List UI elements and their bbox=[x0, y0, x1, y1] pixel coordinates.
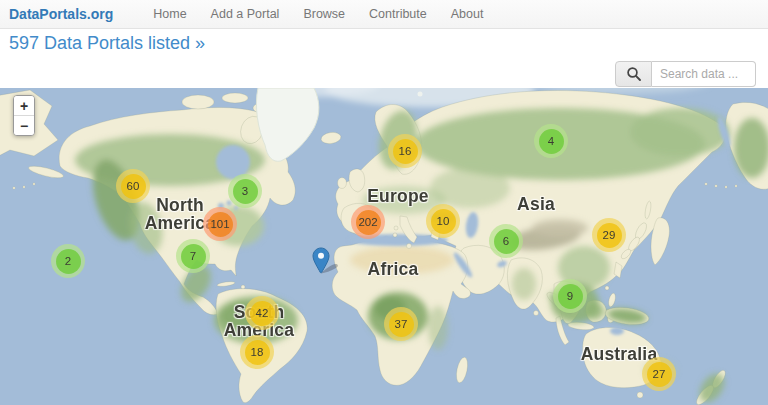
cluster-count: 202 bbox=[356, 210, 381, 235]
nav-item-add-a-portal[interactable]: Add a Portal bbox=[211, 7, 280, 21]
cluster-count: 37 bbox=[389, 312, 414, 337]
cluster-count: 16 bbox=[393, 139, 418, 164]
cluster-marker-3[interactable]: 3 bbox=[228, 174, 262, 208]
cluster-count: 27 bbox=[647, 362, 672, 387]
map[interactable]: NorthAmericaEuropeAsiaAfricaSouthAmerica… bbox=[0, 88, 768, 405]
pin-icon bbox=[311, 247, 341, 275]
cluster-marker-29[interactable]: 29 bbox=[592, 218, 626, 252]
map-zoom-control: + − bbox=[13, 95, 35, 136]
cluster-count: 42 bbox=[250, 301, 275, 326]
cluster-marker-42[interactable]: 42 bbox=[245, 296, 279, 330]
cluster-marker-101[interactable]: 101 bbox=[203, 207, 237, 241]
nav-item-about[interactable]: About bbox=[451, 7, 484, 21]
cluster-count: 4 bbox=[539, 129, 564, 154]
cluster-marker-37[interactable]: 37 bbox=[384, 307, 418, 341]
cluster-marker-7[interactable]: 7 bbox=[176, 239, 210, 273]
cluster-marker-18[interactable]: 18 bbox=[240, 335, 274, 369]
cluster-marker-2[interactable]: 2 bbox=[51, 244, 85, 278]
nav-item-contribute[interactable]: Contribute bbox=[369, 7, 427, 21]
cluster-count: 2 bbox=[56, 249, 81, 274]
cluster-marker-10[interactable]: 10 bbox=[426, 204, 460, 238]
cluster-marker-9[interactable]: 9 bbox=[553, 279, 587, 313]
search-bar bbox=[615, 61, 756, 87]
cluster-count: 29 bbox=[597, 223, 622, 248]
cluster-count: 10 bbox=[431, 209, 456, 234]
zoom-in-button[interactable]: + bbox=[14, 96, 34, 115]
cluster-marker-27[interactable]: 27 bbox=[642, 357, 676, 391]
cluster-marker-202[interactable]: 202 bbox=[351, 205, 385, 239]
cluster-count: 18 bbox=[245, 340, 270, 365]
nav-item-browse[interactable]: Browse bbox=[303, 7, 345, 21]
cluster-marker-16[interactable]: 16 bbox=[388, 134, 422, 168]
cluster-count: 9 bbox=[558, 284, 583, 309]
map-pin-marker[interactable] bbox=[311, 247, 341, 275]
portals-count-link[interactable]: 597 Data Portals listed » bbox=[9, 33, 205, 54]
nav-item-home[interactable]: Home bbox=[153, 7, 186, 21]
cluster-count: 101 bbox=[208, 212, 233, 237]
zoom-out-button[interactable]: − bbox=[14, 115, 34, 135]
cluster-marker-60[interactable]: 60 bbox=[116, 169, 150, 203]
cluster-count: 3 bbox=[233, 179, 258, 204]
navbar-menu: HomeAdd a PortalBrowseContributeAbout bbox=[129, 7, 483, 21]
search-button[interactable] bbox=[615, 61, 652, 87]
map-markers-layer: 6031017216202106429942371827 bbox=[0, 88, 768, 405]
cluster-count: 60 bbox=[121, 174, 146, 199]
brand-link[interactable]: DataPortals.org bbox=[0, 6, 113, 22]
cluster-marker-6[interactable]: 6 bbox=[489, 224, 523, 258]
magnifier-icon bbox=[626, 66, 642, 82]
cluster-marker-4[interactable]: 4 bbox=[534, 124, 568, 158]
cluster-count: 7 bbox=[181, 244, 206, 269]
cluster-count: 6 bbox=[494, 229, 519, 254]
search-input[interactable] bbox=[652, 61, 756, 87]
navbar: DataPortals.org HomeAdd a PortalBrowseCo… bbox=[0, 0, 768, 29]
